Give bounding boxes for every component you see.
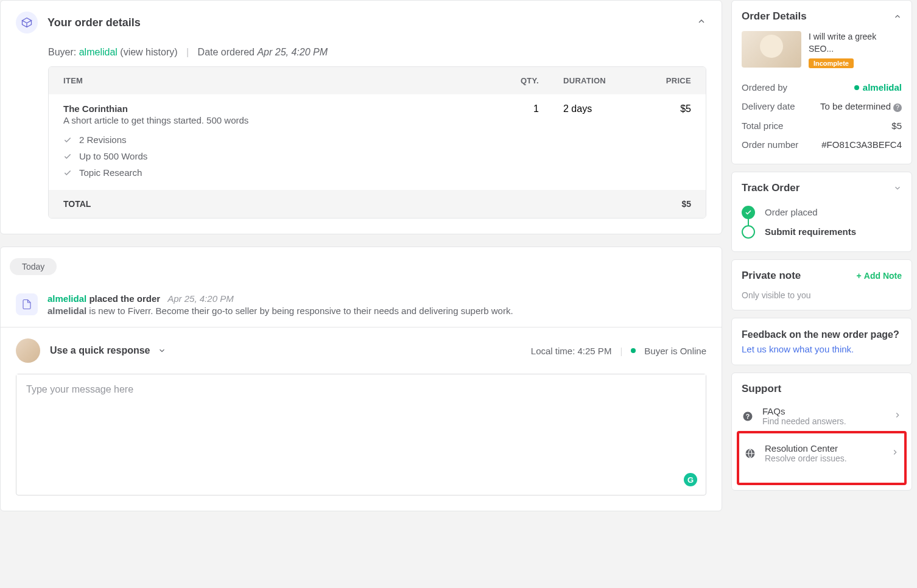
question-icon: ? bbox=[742, 410, 754, 422]
message-box: G bbox=[16, 374, 706, 495]
collapse-icon[interactable] bbox=[893, 12, 902, 21]
grammarly-icon[interactable]: G bbox=[684, 473, 697, 486]
chevron-right-icon bbox=[893, 411, 902, 422]
feedback-card: Feedback on the new order page? Let us k… bbox=[731, 318, 912, 365]
order-meta: Buyer: almelidal (view history) | Date o… bbox=[48, 47, 706, 58]
buyer-link[interactable]: almelidal bbox=[79, 47, 118, 57]
resolution-center-link[interactable]: Resolution CenterResolve order issues. bbox=[744, 436, 899, 471]
buyer-link[interactable]: almelidal bbox=[854, 82, 902, 93]
gig-title[interactable]: I will write a greek SEO... bbox=[809, 31, 902, 55]
faqs-link[interactable]: ? FAQsFind needed answers. bbox=[742, 399, 902, 433]
feature-item: Up to 500 Words bbox=[63, 148, 490, 164]
gig-thumbnail[interactable] bbox=[742, 31, 801, 68]
chevron-right-icon bbox=[891, 448, 899, 459]
svg-text:?: ? bbox=[746, 412, 750, 419]
status-badge: Incomplete bbox=[809, 58, 854, 68]
track-step-placed: Order placed bbox=[742, 203, 902, 222]
globe-icon bbox=[744, 447, 756, 460]
track-step-requirements: Submit requirements bbox=[742, 222, 902, 242]
check-icon bbox=[742, 206, 755, 219]
quick-response-dropdown[interactable]: Use a quick response bbox=[50, 345, 166, 356]
support-card: Support ? FAQsFind needed answers. Resol… bbox=[731, 373, 912, 491]
circle-icon bbox=[742, 225, 755, 239]
expand-icon[interactable] bbox=[893, 184, 902, 192]
document-icon bbox=[16, 293, 38, 315]
items-table: ITEM QTY. DURATION PRICE The Corinthian … bbox=[48, 66, 706, 219]
feature-item: 2 Revisions bbox=[63, 131, 490, 148]
online-dot-icon bbox=[631, 348, 636, 353]
feature-item: Topic Research bbox=[63, 164, 490, 181]
view-history-link[interactable]: (view history) bbox=[120, 47, 177, 57]
add-note-button[interactable]: + Add Note bbox=[857, 271, 902, 281]
private-note-card: Private note + Add Note Only visible to … bbox=[731, 259, 912, 310]
buyer-name[interactable]: almelidal bbox=[47, 293, 86, 304]
collapse-icon[interactable] bbox=[697, 16, 706, 29]
order-title: Your order details bbox=[47, 16, 141, 29]
local-time: Local time: 4:25 PM bbox=[531, 346, 612, 356]
table-row: The Corinthian A short article to get th… bbox=[49, 94, 706, 190]
message-input[interactable] bbox=[16, 374, 706, 484]
help-icon[interactable]: ? bbox=[893, 103, 902, 112]
track-order-card: Track Order Order placed Submit requirem… bbox=[731, 172, 912, 252]
avatar bbox=[16, 338, 40, 363]
order-details-sidebar: Order Details I will write a greek SEO..… bbox=[731, 0, 912, 164]
feedback-link[interactable]: Let us know what you think. bbox=[742, 344, 854, 354]
activity-card: Today almelidal placed the order Apr 25,… bbox=[0, 247, 722, 511]
package-icon bbox=[16, 12, 38, 33]
online-status: Buyer is Online bbox=[644, 346, 706, 356]
today-pill: Today bbox=[10, 258, 57, 275]
order-details-card: Your order details Buyer: almelidal (vie… bbox=[0, 0, 722, 234]
